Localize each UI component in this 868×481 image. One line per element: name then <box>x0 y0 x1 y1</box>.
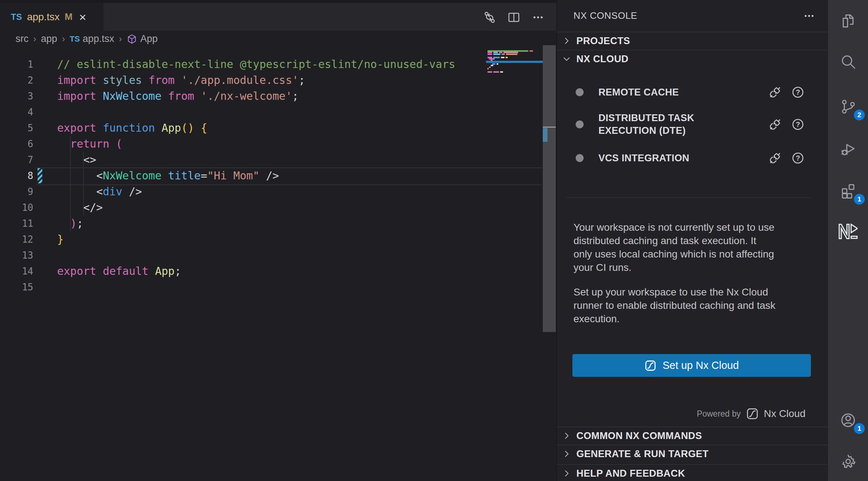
code-line-5[interactable]: 5export function App() { <box>0 120 542 136</box>
breadcrumb-item-src[interactable]: src <box>16 33 29 44</box>
code-line-15[interactable]: 15 <box>0 279 542 295</box>
split-editor-button[interactable] <box>506 9 522 25</box>
line-number: 5 <box>0 120 33 136</box>
minimap-line <box>501 57 504 58</box>
minimap-line <box>489 67 491 68</box>
more-editor-actions-button[interactable] <box>530 9 546 25</box>
feature-status-dot <box>576 120 584 128</box>
minimap-line <box>489 58 495 60</box>
line-number: 9 <box>0 184 33 200</box>
breadcrumb-label: app <box>41 33 57 44</box>
nx-cloud-brand-label: Nx Cloud <box>764 408 805 420</box>
activity-item-extensions[interactable]: 1 <box>828 173 868 209</box>
code-line-11[interactable]: 11 ); <box>0 216 542 231</box>
minimap-line <box>487 68 489 69</box>
ellipsis-icon <box>531 10 545 25</box>
editor-pane[interactable]: TS app.tsx M × src›app›TSapp.tsx›App 1//… <box>0 0 557 481</box>
badge-count: 2 <box>854 110 865 120</box>
breadcrumb-separator: › <box>62 34 65 44</box>
svg-text:?: ? <box>796 88 800 96</box>
symbol-cube-icon <box>126 34 137 44</box>
debug-icon <box>839 140 857 157</box>
svg-text:?: ? <box>796 154 800 162</box>
nx-console-panel: NX CONSOLE PROJECTS NX CLOUD REMOTE CACH… <box>557 0 828 481</box>
plug-icon <box>768 150 783 166</box>
line-number: 7 <box>0 152 33 168</box>
nx-cloud-icon <box>644 359 657 372</box>
section-common-nx-commands[interactable]: COMMON NX COMMANDS <box>557 427 828 445</box>
section-label: PROJECTS <box>576 35 630 47</box>
minimap-line <box>529 50 533 52</box>
nx-console-icon <box>838 221 858 242</box>
breadcrumb-label: app.tsx <box>83 33 114 44</box>
help-icon: ? <box>790 150 805 166</box>
panel-more-actions-button[interactable] <box>801 9 817 22</box>
minimap-line <box>492 63 495 65</box>
nx-cloud-logo-icon <box>746 407 759 420</box>
activity-bar: 211 <box>828 0 868 481</box>
code-line-9[interactable]: 9 <div /> <box>0 184 542 200</box>
code-text: export default App; <box>57 263 181 279</box>
code-line-10[interactable]: 10 </> <box>0 200 542 216</box>
breadcrumb-item-app[interactable]: App <box>126 33 158 44</box>
chevron-right-icon <box>562 449 571 459</box>
code-line-3[interactable]: 3import NxWelcome from './nx-welcome'; <box>0 88 542 104</box>
section-nx-cloud[interactable]: NX CLOUD <box>557 50 828 68</box>
activity-item-nx-console[interactable] <box>828 213 868 250</box>
connect-feature-button[interactable] <box>767 116 783 133</box>
badge-count: 1 <box>854 423 865 434</box>
close-tab-button[interactable]: × <box>79 11 86 23</box>
breadcrumb-separator: › <box>33 34 36 44</box>
current-line-highlight <box>36 167 542 185</box>
code-line-1[interactable]: 1// eslint-disable-next-line @typescript… <box>0 56 542 72</box>
section-help-and-feedback[interactable]: HELP AND FEEDBACK <box>557 464 828 481</box>
tab-app-tsx[interactable]: TS app.tsx M × <box>0 3 103 31</box>
code-line-12[interactable]: 12} <box>0 231 542 247</box>
breadcrumb-label: App <box>140 33 158 44</box>
divider <box>567 197 811 198</box>
code-line-7[interactable]: 7 <> <box>0 152 542 168</box>
feature-help-button[interactable]: ? <box>790 150 806 166</box>
editor-scrollbar[interactable] <box>543 45 556 332</box>
open-changes-button[interactable] <box>482 9 498 25</box>
code-text: } <box>57 231 64 247</box>
minimap-line <box>500 71 503 73</box>
activity-item-accounts[interactable]: 1 <box>828 402 868 438</box>
code-line-4[interactable]: 4 <box>0 104 542 120</box>
line-number: 4 <box>0 104 33 120</box>
feature-help-button[interactable]: ? <box>790 84 806 101</box>
activity-item-run-and-debug[interactable] <box>828 131 868 167</box>
section-projects[interactable]: PROJECTS <box>557 32 828 50</box>
line-number: 3 <box>0 88 33 104</box>
badge-count: 1 <box>854 194 865 205</box>
activity-item-search[interactable] <box>828 44 868 80</box>
minimap-line <box>493 54 500 55</box>
activity-item-source-control[interactable]: 2 <box>828 89 868 125</box>
setup-hint-text: Set up your workspace to use the Nx Clou… <box>573 285 812 325</box>
minimap-line <box>502 54 505 55</box>
code-line-14[interactable]: 14export default App; <box>0 263 542 279</box>
connect-feature-button[interactable] <box>767 84 783 101</box>
line-number: 8 <box>0 168 33 184</box>
activity-item-explorer[interactable] <box>828 3 868 39</box>
breadcrumb-item-apptsx[interactable]: TSapp.tsx <box>70 33 114 44</box>
overview-ruler-modified-mark <box>543 128 547 142</box>
code-line-6[interactable]: 6 return ( <box>0 136 542 152</box>
chevron-right-icon <box>562 431 571 440</box>
setup-nx-cloud-button[interactable]: Set up Nx Cloud <box>572 354 811 377</box>
connect-feature-button[interactable] <box>767 150 783 166</box>
code-line-13[interactable]: 13 <box>0 247 542 263</box>
breadcrumb-item-app[interactable]: app <box>41 33 57 44</box>
feature-label: VCS INTEGRATION <box>598 152 689 165</box>
minimap-line <box>487 50 528 52</box>
code-text: import styles from './app.module.css'; <box>57 72 305 88</box>
minimap-line <box>487 71 492 73</box>
minimap-line <box>491 65 493 66</box>
feature-help-button[interactable]: ? <box>790 116 806 133</box>
code-text: <> <box>57 152 96 168</box>
section-generate-run-target[interactable]: GENERATE & RUN TARGET <box>557 445 828 463</box>
breadcrumb-label: src <box>16 33 29 44</box>
code-line-2[interactable]: 2import styles from './app.module.css'; <box>0 72 542 88</box>
activity-item-settings[interactable] <box>828 443 868 480</box>
code-text: return ( <box>57 136 123 152</box>
